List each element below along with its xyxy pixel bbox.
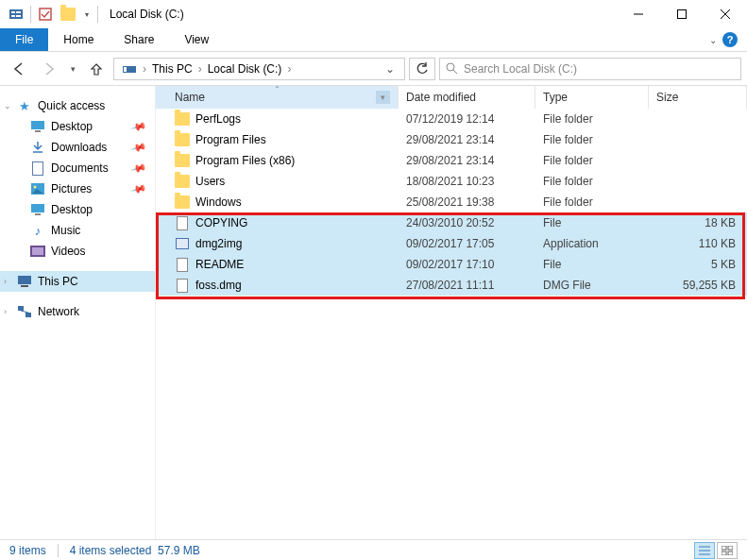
qat-dropdown[interactable]: ▾ [80, 4, 93, 25]
music-icon: ♪ [30, 223, 45, 238]
folder-qat-button[interactable] [58, 4, 78, 25]
divider [58, 544, 59, 557]
recent-dropdown[interactable]: ▾ [66, 56, 79, 82]
file-row[interactable]: Windows25/08/2021 19:38File folder [156, 192, 747, 212]
status-item-count: 9 items [9, 544, 46, 557]
chevron-right-icon[interactable]: › [141, 62, 148, 76]
folder-icon [175, 111, 190, 127]
svg-rect-26 [25, 313, 31, 317]
column-date[interactable]: Date modified [399, 86, 535, 109]
file-row[interactable]: PerfLogs07/12/2019 12:14File folder [156, 109, 747, 129]
search-input[interactable]: Search Local Disk (C:) [439, 58, 741, 80]
file-icon [175, 257, 190, 272]
help-button[interactable]: ? [722, 32, 738, 47]
nav-label: Quick access [38, 99, 105, 112]
cell-date: 29/08/2021 23:14 [399, 154, 535, 167]
chevron-right-icon[interactable]: › [4, 307, 7, 316]
svg-rect-33 [722, 552, 726, 555]
nav-downloads[interactable]: Downloads 📌 [0, 137, 155, 158]
nav-label: Desktop [51, 120, 93, 133]
file-row[interactable]: dmg2img09/02/2017 17:05Application110 KB [156, 233, 747, 254]
chevron-right-icon[interactable]: › [4, 277, 7, 286]
chevron-right-icon[interactable]: › [285, 62, 293, 76]
cell-type: File [535, 258, 649, 271]
file-row[interactable]: Users18/08/2021 10:23File folder [156, 171, 747, 192]
file-row[interactable]: README09/02/2017 17:10File5 KB [156, 254, 747, 275]
file-row[interactable]: foss.dmg27/08/2021 11:11DMG File59,255 K… [156, 275, 747, 296]
close-button[interactable] [704, 0, 747, 28]
address-bar[interactable]: › This PC › Local Disk (C:) › ⌄ [113, 58, 405, 80]
minimize-button[interactable] [617, 0, 660, 28]
nav-this-pc[interactable]: › This PC [0, 271, 155, 292]
cell-name: dmg2img [156, 236, 399, 251]
nav-documents[interactable]: Documents 📌 [0, 158, 155, 178]
folder-icon [175, 174, 190, 189]
column-type[interactable]: Type [535, 86, 649, 109]
tab-file[interactable]: File [0, 28, 48, 51]
svg-rect-7 [678, 10, 687, 19]
nav-desktop-2[interactable]: Desktop [0, 199, 155, 220]
svg-rect-14 [31, 121, 44, 129]
nav-music[interactable]: ♪ Music [0, 220, 155, 241]
cell-type: Application [535, 237, 649, 250]
address-dropdown[interactable]: ⌄ [380, 62, 400, 76]
address-root-icon[interactable] [118, 62, 141, 76]
chevron-right-icon[interactable]: › [196, 62, 204, 76]
cell-date: 29/08/2021 23:14 [399, 133, 535, 146]
file-row[interactable]: Program Files (x86)29/08/2021 23:14File … [156, 150, 747, 171]
file-name: Program Files (x86) [195, 154, 295, 167]
svg-rect-20 [35, 213, 41, 215]
cell-date: 07/12/2019 12:14 [399, 112, 535, 126]
back-button[interactable] [6, 56, 32, 82]
file-name: dmg2img [195, 237, 242, 250]
chevron-down-icon[interactable]: ⌄ [4, 101, 11, 110]
divider [97, 6, 98, 23]
app-icon[interactable] [6, 4, 26, 25]
refresh-button[interactable] [409, 58, 435, 80]
maximize-button[interactable] [660, 0, 704, 28]
tab-view[interactable]: View [169, 28, 224, 51]
tab-share[interactable]: Share [109, 28, 169, 51]
folder-icon [175, 132, 190, 147]
file-row[interactable]: COPYING24/03/2010 20:52File18 KB [156, 212, 747, 233]
computer-icon [17, 274, 32, 289]
breadcrumb-this-pc[interactable]: This PC [148, 62, 196, 76]
column-name[interactable]: ⌃ Name ▾ [156, 86, 399, 109]
column-label: Size [656, 91, 678, 104]
file-row[interactable]: Program Files29/08/2021 23:14File folder [156, 129, 747, 150]
cell-date: 09/02/2017 17:05 [399, 237, 535, 250]
details-view-button[interactable] [694, 542, 715, 559]
nav-network[interactable]: › Network [0, 301, 155, 322]
view-toggles [694, 542, 738, 559]
status-bar: 9 items 4 items selected 57.9 MB [0, 539, 747, 560]
star-icon: ★ [17, 98, 32, 113]
ribbon-expand-icon[interactable]: ⌄ [709, 35, 717, 45]
tab-home[interactable]: Home [48, 28, 109, 51]
nav-quick-access[interactable]: ⌄ ★ Quick access [0, 95, 155, 116]
file-list-pane: ⌃ Name ▾ Date modified Type Size PerfLog… [156, 86, 747, 539]
cell-date: 18/08/2021 10:23 [399, 175, 535, 188]
nav-desktop[interactable]: Desktop 📌 [0, 116, 155, 137]
nav-pictures[interactable]: Pictures 📌 [0, 178, 155, 199]
thumbnails-view-button[interactable] [717, 542, 738, 559]
cell-type: File folder [535, 195, 649, 209]
column-size[interactable]: Size [649, 86, 747, 109]
forward-button[interactable] [36, 56, 62, 82]
svg-rect-5 [40, 8, 51, 20]
video-icon [30, 244, 45, 259]
ribbon-right: ⌄ ? [700, 28, 747, 51]
cell-size: 110 KB [649, 237, 747, 250]
properties-qat-button[interactable] [35, 4, 56, 25]
ribbon-tabs: File Home Share View ⌄ ? [0, 28, 747, 52]
nav-label: Music [51, 224, 80, 237]
folder-icon [175, 195, 190, 210]
up-button[interactable] [83, 56, 110, 82]
folder-icon [175, 153, 190, 168]
breadcrumb-current[interactable]: Local Disk (C:) [204, 62, 286, 76]
column-dropdown-icon[interactable]: ▾ [376, 91, 390, 104]
nav-videos[interactable]: Videos [0, 241, 155, 262]
desktop-icon [30, 202, 45, 217]
cell-size: 59,255 KB [649, 279, 747, 292]
svg-rect-22 [32, 247, 43, 255]
file-name: COPYING [195, 216, 247, 229]
